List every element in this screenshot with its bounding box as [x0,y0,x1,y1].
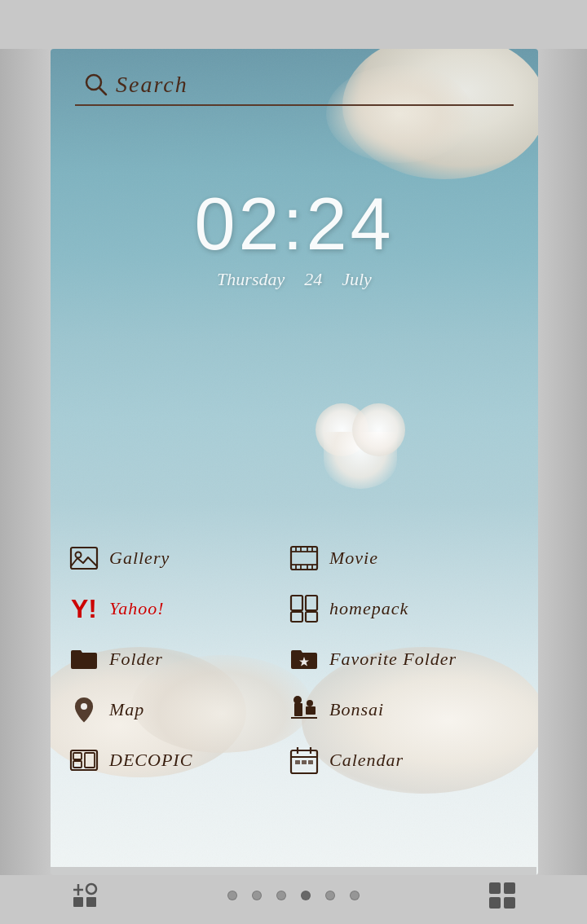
search-bar[interactable]: Search [75,65,514,106]
svg-rect-34 [295,760,300,764]
homepack-icon [287,592,321,626]
app-row-5: DECOPIC Calendar [67,743,522,777]
bonsai-label: Bonsai [329,699,384,720]
movie-icon [287,541,321,575]
clock-date-num: 24 [304,269,322,290]
bottom-bar [51,867,536,924]
app-item-calendar[interactable]: Calendar [287,743,499,777]
app-item-favorite-folder[interactable]: Favorite Folder [287,642,499,676]
outer-top-frame [0,0,587,49]
svg-rect-29 [85,753,95,768]
svg-rect-35 [302,760,307,764]
bonsai-icon [287,693,321,727]
folder-icon [67,642,101,676]
phone-screen: Search 02:24 Thursday 24 July Gallery [51,49,538,875]
svg-point-20 [81,703,87,710]
svg-rect-17 [291,612,302,622]
dot-1[interactable] [227,891,237,900]
svg-rect-4 [291,547,317,570]
heart-cloud [311,399,409,489]
app-item-folder[interactable]: Folder [67,642,279,676]
app-item-gallery[interactable]: Gallery [67,541,279,575]
svg-rect-15 [291,596,302,610]
app-item-movie[interactable]: Movie [287,541,499,575]
app-row-3: Folder Favorite Folder [67,642,522,676]
svg-point-3 [76,552,82,558]
app-item-decopic[interactable]: DECOPIC [67,743,279,777]
svg-line-1 [99,88,106,95]
favorite-folder-label: Favorite Folder [329,649,457,670]
svg-rect-43 [504,882,515,894]
dot-5[interactable] [325,891,335,900]
yahoo-icon: Y! [67,592,101,626]
map-label: Map [109,699,144,720]
map-icon [67,693,101,727]
svg-rect-18 [306,612,317,622]
svg-rect-27 [73,753,82,759]
outer-left-frame [0,49,51,875]
app-grid: Gallery [51,541,538,794]
svg-rect-28 [73,761,82,768]
movie-label: Movie [329,548,378,569]
calendar-label: Calendar [329,750,404,771]
svg-rect-41 [86,884,96,894]
search-label: Search [116,72,188,98]
svg-rect-37 [73,897,83,907]
search-icon [83,72,109,98]
svg-point-24 [307,700,313,706]
svg-rect-42 [489,882,501,894]
app-item-yahoo[interactable]: Y! Yahoo! [67,592,279,626]
clock-month: July [342,269,372,290]
svg-rect-21 [294,703,302,716]
dot-3[interactable] [276,891,286,900]
svg-point-22 [294,696,302,704]
gallery-icon [67,541,101,575]
heart-cloud-bottom [324,432,397,489]
app-row-1: Gallery [67,541,522,575]
clock-day: Thursday [217,269,285,290]
dot-2[interactable] [252,891,262,900]
svg-rect-16 [306,596,317,610]
app-row-2: Y! Yahoo! homepack [67,592,522,626]
time-display: 02:24 Thursday 24 July [51,187,538,290]
decopic-label: DECOPIC [109,750,192,771]
svg-rect-38 [86,897,96,907]
calendar-icon [287,743,321,777]
decopic-icon [67,743,101,777]
svg-rect-36 [308,760,313,764]
favorite-folder-icon [287,642,321,676]
svg-rect-23 [306,706,316,715]
outer-right-frame [536,49,587,875]
app-item-bonsai[interactable]: Bonsai [287,693,499,727]
app-row-4: Map Bonsai [67,693,522,727]
gallery-label: Gallery [109,548,170,569]
apps-icon[interactable] [67,878,103,913]
svg-rect-2 [71,548,97,569]
clock-time: 02:24 [51,187,538,261]
svg-rect-44 [489,897,501,909]
homepack-label: homepack [329,598,408,619]
dot-6[interactable] [350,891,360,900]
dot-4[interactable] [301,891,311,900]
svg-rect-45 [504,897,515,909]
folder-label: Folder [109,649,163,670]
app-item-map[interactable]: Map [67,693,279,727]
clock-date: Thursday 24 July [51,269,538,290]
page-dots [227,891,360,900]
app-item-homepack[interactable]: homepack [287,592,499,626]
grid-icon[interactable] [484,878,520,913]
yahoo-label: Yahoo! [109,598,165,619]
